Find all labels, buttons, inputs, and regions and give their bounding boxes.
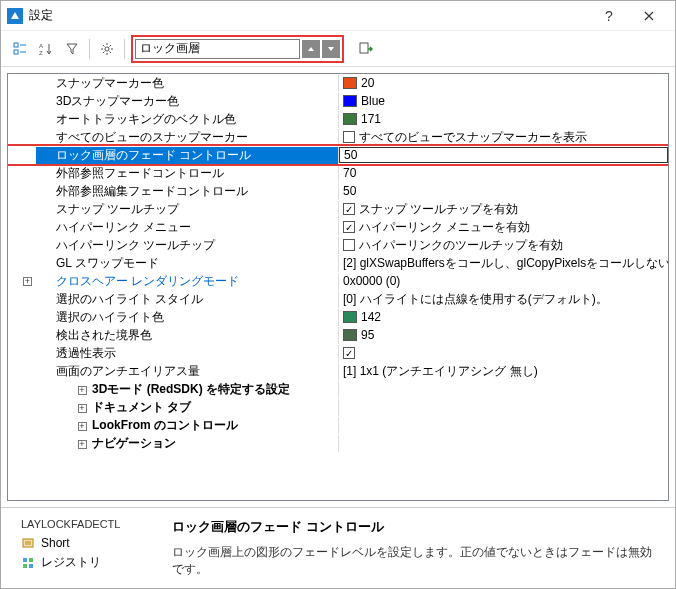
expand-toggle[interactable]: + (23, 277, 32, 286)
property-row[interactable]: +ナビゲーション (8, 434, 668, 452)
footer-panel: LAYLOCKFADECTL Short レジストリ ロック画層のフェード コン… (1, 507, 675, 588)
property-label: スナップ ツールチップ (36, 201, 339, 218)
value-text: 70 (343, 166, 356, 180)
app-icon (7, 8, 23, 24)
property-value[interactable]: ✓ (339, 347, 668, 359)
property-label: 3Dスナップマーカー色 (36, 93, 339, 110)
svg-rect-11 (23, 558, 27, 562)
property-label: ハイパーリンク メニュー (36, 219, 339, 236)
sort-button[interactable]: AZ (35, 38, 57, 60)
property-row[interactable]: GL スワップモード[2] glXSwapBuffersをコールし、glCopy… (8, 254, 668, 272)
svg-rect-8 (23, 539, 33, 547)
property-grid-scroll[interactable]: スナップマーカー色203Dスナップマーカー色Blueオートトラッキングのベクトル… (7, 73, 669, 501)
registry-label: レジストリ (41, 554, 101, 571)
value-text: Blue (361, 94, 385, 108)
help-button[interactable]: ? (589, 2, 629, 30)
expand-toggle[interactable]: + (78, 404, 87, 413)
svg-rect-7 (360, 43, 368, 53)
property-label: GL スワップモード (36, 255, 339, 272)
search-next-button[interactable] (322, 40, 340, 58)
property-value[interactable]: [2] glXSwapBuffersをコールし、glCopyPixelsをコール… (339, 255, 668, 272)
value-text: 0x0000 (0) (343, 274, 400, 288)
property-row[interactable]: +クロスヘアー レンダリングモード0x0000 (0) (8, 272, 668, 290)
checkbox[interactable]: ✓ (343, 203, 355, 215)
property-row[interactable]: +ドキュメント タブ (8, 398, 668, 416)
property-value[interactable]: 142 (339, 310, 668, 324)
toolbar-separator (124, 39, 125, 59)
property-value[interactable]: 50 (339, 147, 668, 163)
value-text: 95 (361, 328, 374, 342)
scroll-icon (21, 536, 35, 550)
property-value[interactable]: ✓ハイパーリンク メニューを有効 (339, 219, 668, 236)
value-text: [2] glXSwapBuffersをコールし、glCopyPixelsをコール… (343, 255, 668, 272)
categorize-button[interactable] (9, 38, 31, 60)
expand-toggle[interactable]: + (78, 422, 87, 431)
settings-gear-button[interactable] (96, 38, 118, 60)
color-swatch (343, 113, 357, 125)
property-row[interactable]: 検出された境界色95 (8, 326, 668, 344)
toolbar-separator (89, 39, 90, 59)
expand-toggle[interactable]: + (78, 440, 87, 449)
property-value[interactable]: 70 (339, 166, 668, 180)
property-value[interactable]: ✓スナップ ツールチップを有効 (339, 201, 668, 218)
property-value[interactable]: 20 (339, 76, 668, 90)
property-value[interactable]: [0] ハイライトには点線を使用する(デフォルト)。 (339, 291, 668, 308)
property-value[interactable]: すべてのビューでスナップマーカーを表示 (339, 129, 668, 146)
value-text: 171 (361, 112, 381, 126)
property-row[interactable]: すべてのビューのスナップマーカーすべてのビューでスナップマーカーを表示 (8, 128, 668, 146)
property-value[interactable]: Blue (339, 94, 668, 108)
property-value[interactable]: 0x0000 (0) (339, 274, 668, 288)
checkbox[interactable]: ✓ (343, 221, 355, 233)
property-row[interactable]: ロック画層のフェード コントロール50 (8, 146, 668, 164)
registry-link[interactable]: レジストリ (21, 554, 152, 571)
window-title: 設定 (29, 7, 589, 24)
property-row[interactable]: +LookFrom のコントロール (8, 416, 668, 434)
property-value[interactable]: ハイパーリンクのツールチップを有効 (339, 237, 668, 254)
value-text: [0] ハイライトには点線を使用する(デフォルト)。 (343, 291, 608, 308)
property-row[interactable]: 3Dスナップマーカー色Blue (8, 92, 668, 110)
property-row[interactable]: 画面のアンチエイリアス量[1] 1x1 (アンチエイリアシング 無し) (8, 362, 668, 380)
color-swatch (343, 77, 357, 89)
command-name: LAYLOCKFADECTL (21, 518, 152, 530)
property-row[interactable]: 透過性表示✓ (8, 344, 668, 362)
property-label: すべてのビューのスナップマーカー (36, 129, 339, 146)
property-row[interactable]: 選択のハイライト スタイル[0] ハイライトには点線を使用する(デフォルト)。 (8, 290, 668, 308)
property-label: +ナビゲーション (36, 435, 339, 452)
svg-text:A: A (39, 43, 43, 49)
property-label: ロック画層のフェード コントロール (36, 147, 339, 164)
property-row[interactable]: ハイパーリンク メニュー✓ハイパーリンク メニューを有効 (8, 218, 668, 236)
checkbox[interactable] (343, 239, 355, 251)
value-text: 142 (361, 310, 381, 324)
titlebar: 設定 ? (1, 1, 675, 31)
property-row[interactable]: スナップ ツールチップ✓スナップ ツールチップを有効 (8, 200, 668, 218)
close-button[interactable] (629, 2, 669, 30)
value-text: ハイパーリンク メニューを有効 (359, 219, 530, 236)
toolbar: AZ (1, 31, 675, 67)
expand-toggle[interactable]: + (78, 386, 87, 395)
property-label: スナップマーカー色 (36, 75, 339, 92)
property-row[interactable]: +3Dモード (RedSDK) を特定する設定 (8, 380, 668, 398)
property-value[interactable]: 50 (339, 184, 668, 198)
property-value[interactable]: [1] 1x1 (アンチエイリアシング 無し) (339, 363, 668, 380)
color-swatch (343, 329, 357, 341)
property-row[interactable]: スナップマーカー色20 (8, 74, 668, 92)
import-button[interactable] (354, 38, 376, 60)
short-link[interactable]: Short (21, 536, 152, 550)
checkbox[interactable]: ✓ (343, 347, 355, 359)
property-row[interactable]: 外部参照フェードコントロール70 (8, 164, 668, 182)
property-row[interactable]: オートトラッキングのベクトル色171 (8, 110, 668, 128)
property-grid: スナップマーカー色203Dスナップマーカー色Blueオートトラッキングのベクトル… (1, 67, 675, 507)
property-row[interactable]: 外部参照編集フェードコントロール50 (8, 182, 668, 200)
property-row[interactable]: 選択のハイライト色142 (8, 308, 668, 326)
property-label: クロスヘアー レンダリングモード (36, 273, 339, 290)
checkbox[interactable] (343, 131, 355, 143)
filter-button[interactable] (61, 38, 83, 60)
search-prev-button[interactable] (302, 40, 320, 58)
property-label: +3Dモード (RedSDK) を特定する設定 (36, 381, 339, 398)
property-row[interactable]: ハイパーリンク ツールチップハイパーリンクのツールチップを有効 (8, 236, 668, 254)
property-label: 検出された境界色 (36, 327, 339, 344)
property-value[interactable]: 171 (339, 112, 668, 126)
search-input[interactable] (135, 39, 300, 59)
footer-right: ロック画層のフェード コントロール ロック画層上の図形のフェードレベルを設定しま… (172, 518, 655, 578)
property-value[interactable]: 95 (339, 328, 668, 342)
